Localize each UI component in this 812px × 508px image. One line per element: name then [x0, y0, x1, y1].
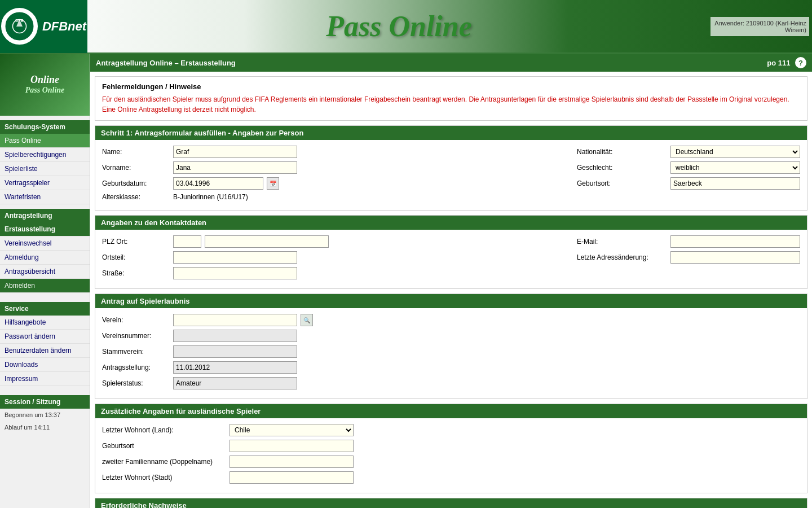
sidebar-item-abmeldung[interactable]: Abmeldung	[0, 251, 90, 265]
sidebar-title: Online Pass Online	[25, 74, 65, 95]
form-row-vorname: Vorname: Geschlecht: weiblich männlich	[102, 161, 800, 174]
sidebar-session-header: Session / Sitzung	[0, 395, 90, 409]
strasse-input[interactable]	[173, 267, 297, 279]
geburtsort-ausland-input[interactable]	[230, 440, 354, 452]
form-nachweise: Erforderliche Nachweise Geburtsurkunde e…	[95, 498, 807, 508]
error-message: Für den ausländischen Spieler muss aufgr…	[102, 94, 800, 115]
geburtsort-input[interactable]	[670, 177, 800, 190]
name-input[interactable]	[173, 146, 297, 158]
form-kontakt-body: PLZ Ort: E-Mail: Ortsteil: Letzte Adress…	[95, 230, 807, 288]
form-row-name: Name: Nationalität: Deutschland Österrei…	[102, 146, 800, 158]
sidebar-item-spielberechtigungen[interactable]: Spielberechtigungen	[0, 148, 90, 162]
header-center: Pass Online	[87, 0, 710, 52]
form-row-geburtsdatum: Geburtsdatum: 📅 Geburtsort:	[102, 177, 800, 190]
sidebar-item-downloads[interactable]: Downloads	[0, 358, 90, 372]
sidebar-item-erstausstellung[interactable]: Erstausstellung	[0, 222, 90, 237]
geburtsort-ausland-label: Geburtsort	[102, 442, 226, 450]
sidebar-item-antragsuebersicht[interactable]: Antragsübersicht	[0, 265, 90, 279]
zweiter-familienname-input[interactable]	[230, 456, 354, 468]
logo-dfbnet: DFBnet	[42, 19, 86, 34]
error-section: Fehlermeldungen / Hinweise Für den auslä…	[95, 76, 807, 121]
nationalitaet-label: Nationalität:	[577, 148, 667, 156]
form-row-plz: PLZ Ort: E-Mail:	[102, 235, 800, 248]
form-person-body: Name: Nationalität: Deutschland Österrei…	[95, 140, 807, 210]
main-layout: Online Pass Online Schulungs-System Pass…	[0, 54, 812, 508]
email-label: E-Mail:	[577, 238, 667, 246]
geburtsdatum-label: Geburtsdatum:	[102, 179, 170, 187]
form-spielerlaubnis-body: Verein: 🔍 Vereinsnummer: Stammverein: An…	[95, 308, 807, 398]
sidebar-item-vereinswechsel[interactable]: Vereinswechsel	[0, 237, 90, 251]
pass-online-title: Pass Online	[326, 10, 472, 43]
altersklasse-value: B-Juniorinnen (U16/U17)	[173, 193, 248, 201]
verein-input[interactable]	[173, 314, 297, 326]
form-kontakt: Angaben zu den Kontaktdaten PLZ Ort: E-M…	[95, 215, 807, 289]
sidebar-item-hilfsangebote[interactable]: Hilfsangebote	[0, 316, 90, 330]
form-row-wohnort-stadt: Letzter Wohnort (Stadt)	[102, 471, 800, 484]
form-row-spielerstatus: Spielerstatus:	[102, 377, 800, 389]
wohnort-stadt-label: Letzter Wohnort (Stadt)	[102, 474, 226, 481]
content-code-area: po 111 ?	[767, 57, 806, 68]
form-person: Schritt 1: Antragsformular ausfüllen - A…	[95, 125, 807, 211]
geschlecht-label: Geschlecht:	[577, 164, 667, 172]
help-badge[interactable]: ?	[795, 57, 806, 68]
geburtsdatum-input[interactable]	[173, 177, 263, 190]
sidebar: Online Pass Online Schulungs-System Pass…	[0, 54, 90, 508]
form-row-vereinsnummer: Vereinsnummer:	[102, 330, 800, 342]
nationalitaet-select[interactable]: Deutschland Österreich Schweiz	[670, 146, 800, 158]
form-row-stammverein: Stammverein:	[102, 345, 800, 358]
form-row-wohnort-land: Letzter Wohnort (Land): Chile Deutschlan…	[102, 424, 800, 436]
wohnort-land-select[interactable]: Chile Deutschland Österreich	[230, 424, 354, 436]
calendar-button[interactable]: 📅	[267, 177, 279, 190]
sidebar-logo: Online Pass Online	[0, 54, 90, 116]
antragsstellung-label: Antragsstellung:	[102, 364, 170, 371]
form-auslaendisch-body: Letzter Wohnort (Land): Chile Deutschlan…	[95, 418, 807, 493]
zweiter-familienname-label: zweiter Familienname (Doppelname)	[102, 458, 226, 466]
sidebar-antragstellung-header: Antragstellung	[0, 209, 90, 222]
form-spielerlaubnis-header: Antrag auf Spielerlaubnis	[95, 294, 807, 308]
session-start: Begonnen um 13:37	[0, 409, 90, 421]
form-spielerlaubnis: Antrag auf Spielerlaubnis Verein: 🔍 Vere…	[95, 294, 807, 399]
logo-circle: DFB	[1, 8, 38, 45]
form-kontakt-header: Angaben zu den Kontaktdaten	[95, 216, 807, 230]
logo-box: DFB DFBnet	[0, 0, 87, 53]
spielerstatus-label: Spielerstatus:	[102, 379, 170, 387]
form-row-antragsstellung: Antragsstellung:	[102, 361, 800, 374]
plz-label: PLZ Ort:	[102, 238, 170, 246]
wohnort-land-label: Letzter Wohnort (Land):	[102, 426, 226, 434]
sidebar-item-wartefristen[interactable]: Wartefristen	[0, 190, 90, 204]
geschlecht-select[interactable]: weiblich männlich	[670, 161, 800, 174]
wohnort-stadt-input[interactable]	[230, 471, 354, 484]
letzte-adr-label: Letzte Adressänderung:	[577, 253, 667, 261]
email-input[interactable]	[670, 235, 800, 248]
content: Antragstellung Online – Erstausstellung …	[90, 54, 812, 508]
anwender-info: Anwender: 21090100 (Karl-Heinz Wirsen)	[710, 17, 809, 36]
form-auslaendisch-header: Zusätzliche Angaben für ausländische Spi…	[95, 404, 807, 418]
sidebar-item-benutzerdaten[interactable]: Benutzerdaten ändern	[0, 344, 90, 358]
verein-search-button[interactable]: 🔍	[301, 314, 313, 326]
sidebar-item-vertragsspieler[interactable]: Vertragsspieler	[0, 176, 90, 190]
sidebar-item-passwort[interactable]: Passwort ändern	[0, 330, 90, 344]
form-row-zweiter-familienname: zweiter Familienname (Doppelname)	[102, 456, 800, 468]
content-title: Antragstellung Online – Erstausstellung	[96, 59, 236, 67]
ortsteil-input[interactable]	[173, 251, 297, 264]
geburtsort-label: Geburtsort:	[577, 179, 667, 187]
vereinsnummer-label: Vereinsnummer:	[102, 332, 170, 340]
letzte-adr-input[interactable]	[670, 251, 800, 264]
content-code: po 111	[767, 59, 790, 67]
form-row-ortsteil: Ortsteil: Letzte Adressänderung:	[102, 251, 800, 264]
plz-input[interactable]	[173, 235, 201, 248]
sidebar-item-pass-online[interactable]: Pass Online	[0, 134, 90, 148]
form-auslaendisch: Zusätzliche Angaben für ausländische Spi…	[95, 404, 807, 493]
ort-input[interactable]	[205, 235, 329, 248]
stammverein-input	[173, 345, 297, 358]
vorname-input[interactable]	[173, 161, 297, 174]
spielerstatus-input	[173, 377, 297, 389]
ortsteil-label: Ortsteil:	[102, 253, 170, 261]
strasse-label: Straße:	[102, 269, 170, 277]
sidebar-item-impressum[interactable]: Impressum	[0, 372, 90, 386]
header-right: Anwender: 21090100 (Karl-Heinz Wirsen)	[710, 17, 812, 36]
sidebar-item-spielerliste[interactable]: Spielerliste	[0, 162, 90, 176]
vereinsnummer-input	[173, 330, 297, 342]
sidebar-service-header: Service	[0, 302, 90, 316]
sidebar-item-abmelden[interactable]: Abmelden	[0, 279, 90, 293]
